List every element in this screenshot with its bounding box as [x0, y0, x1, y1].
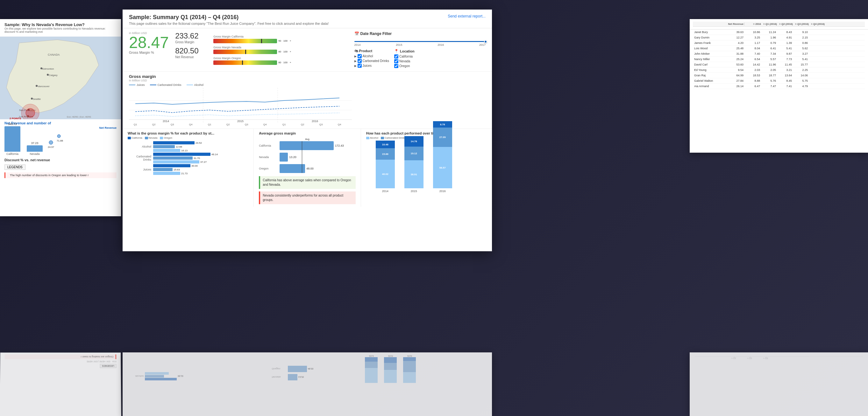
cell-q1: 7.40 — [744, 52, 760, 55]
bottom-center-inner: Alcohol 33.13 Nevada 13.20 — [129, 355, 486, 380]
avg-ca-row: California 172.43 — [280, 141, 355, 150]
ghost-avg-col: Nevada 13.20 Oregon 48.00 — [259, 355, 356, 380]
cell-q3: 7.41 — [776, 84, 792, 88]
legend-nv-bar: Nevada — [145, 136, 158, 139]
carbonated-ca-fill — [153, 153, 211, 156]
nv-legend-label: Nevada — [149, 136, 158, 139]
table-row[interactable]: Janet Bury 39.63 10.86 11.24 8.43 9.10 — [693, 30, 865, 35]
table-row[interactable]: John Minker 31.88 7.40 7.34 9.87 3.27 — [693, 51, 865, 57]
svg-text:Q4: Q4 — [263, 123, 267, 126]
legend-carbonated-label: Carbonated Drinks — [158, 83, 182, 86]
ghost-2014: 2014 — [365, 355, 378, 383]
bar-2014: 10.48 15.88 40.02 — [376, 141, 395, 188]
alcohol-or-bar: 16.13 — [153, 149, 202, 152]
carbonated-bars: 46.14 31.70 37.27 — [153, 153, 218, 164]
ghost-nv-avg-val: 13.20 — [298, 376, 304, 378]
juices-or-val: 21.73 — [181, 172, 188, 175]
bar-2016-juices-val: 8.78 — [440, 123, 445, 126]
juices-bar-label: Juices — [128, 168, 153, 171]
filter-nevada[interactable]: Nevada — [394, 59, 414, 63]
ghost-alcohol-label: Alcohol — [129, 375, 145, 378]
bottom-left-panel: LEGENDS ESriEIN' HERE | EIN' HERE Oregon… — [0, 352, 121, 416]
bottom-section: What is the gross margin % for each prod… — [123, 129, 492, 207]
time-chart-col: How has each product performed over time… — [361, 129, 492, 207]
bar-chart-title: What is the gross margin % for each prod… — [128, 131, 248, 135]
checkbox-nevada[interactable] — [394, 59, 398, 63]
ghost-avg-bars: Nevada 13.20 Oregon 48.00 — [259, 366, 356, 380]
legend-juices: Juices — [129, 83, 145, 86]
cell-q1: 18.53 — [744, 74, 760, 77]
ghost-bar-2014-b — [365, 361, 378, 368]
svg-text:CANADA: CANADA — [48, 53, 60, 56]
checkbox-california[interactable] — [394, 55, 398, 59]
cell-total: 31.88 — [726, 52, 744, 55]
table-row[interactable]: Aia Armand 26.14 6.47 7.47 7.41 4.79 — [693, 84, 865, 89]
cell-name: Ed Young — [694, 68, 726, 72]
table-row[interactable]: David Carl 53.60 14.42 11.96 11.45 15.77 — [693, 62, 865, 67]
filter-oregon[interactable]: Oregon — [394, 64, 414, 68]
table-row[interactable]: Ed Young 9.54 2.03 2.05 3.21 2.25 — [693, 67, 865, 73]
svg-text:Q2: Q2 — [226, 123, 230, 126]
checkbox-alcohol[interactable] — [358, 54, 362, 58]
table-row[interactable]: Gary Dumin 12.27 3.25 1.96 4.91 2.15 — [693, 35, 865, 40]
bullet-nevada: Gross Margin Nevada 80 100 + — [213, 46, 344, 54]
bullet-california: Gross Margin California 50 100 + — [213, 35, 344, 43]
ca-bar — [4, 126, 20, 152]
juices-nv-bar: 15.63 — [153, 168, 198, 171]
table-row[interactable]: Gran Raj 64.99 18.53 18.77 13.64 14.06 — [693, 73, 865, 78]
bullet-ca-label: Gross Margin California — [213, 35, 344, 38]
cell-q4: 9.10 — [792, 31, 808, 34]
bottom-warning-flip: Oregon are leading to lower r — [5, 354, 117, 359]
cell-q2: 0.79 — [760, 41, 776, 44]
table-row[interactable]: James Frank 4.20 1.17 0.79 1.39 0.86 — [693, 40, 865, 46]
cell-total: 64.99 — [726, 74, 744, 77]
ca-bar-group: 545.72 California — [4, 123, 20, 155]
legend-row[interactable]: LEGENDS — [0, 163, 121, 171]
checkbox-oregon[interactable] — [394, 64, 398, 68]
table-row[interactable]: Gabriel Walton 27.84 8.88 5.76 8.45 5.75 — [693, 78, 865, 84]
filter-carbonated[interactable]: ▶ Carbonated Drinks — [354, 59, 389, 63]
slider-thumb[interactable] — [484, 40, 487, 43]
filter-alcohol[interactable]: ▶ Alcohol — [354, 54, 389, 58]
bar-2014-alcohol: 40.02 — [376, 160, 395, 188]
cell-q3: 13.64 — [776, 74, 792, 77]
col-header-total: Net Revenue — [726, 23, 744, 26]
cell-q1: 10.86 — [744, 31, 760, 34]
filter-juices[interactable]: ▶ Juices — [354, 64, 389, 68]
ghost-bar-ca — [145, 378, 177, 380]
ghost-or-avg: Oregon 48.00 — [272, 366, 356, 372]
cell-q3: 9.87 — [776, 52, 792, 55]
table-row[interactable]: Nancy Miller 25.24 6.54 5.57 7.73 5.41 — [693, 57, 865, 62]
stacked-2014: 10.48 15.88 40.02 2014 — [376, 141, 395, 193]
filter-california[interactable]: California — [394, 55, 414, 59]
cell-total: 53.60 — [726, 63, 744, 66]
ghost-oregon-avg-label: Oregon — [272, 368, 288, 371]
avg-ca-val: 172.43 — [335, 144, 344, 147]
ghost-bar-2014-c — [365, 357, 378, 361]
checkbox-juices[interactable] — [358, 64, 362, 68]
bar-2015-carbonated: 19.12 — [404, 147, 424, 160]
cell-q3: 7.73 — [776, 58, 792, 61]
avg-chart-area: California 172.43 Nevada 13.20 Oregon 48… — [259, 141, 355, 173]
main-panel: Sample: Summary Q1 (2014) – Q4 (2016) Th… — [123, 9, 492, 251]
external-report-link[interactable]: Send external report... — [448, 14, 486, 19]
checkbox-carbonated[interactable] — [358, 59, 362, 63]
legend-button[interactable]: LEGENDS — [4, 165, 26, 170]
bottom-center-content: Alcohol 33.13 Nevada 13.20 — [123, 352, 492, 383]
ghost-bar-2015-b — [384, 363, 397, 370]
gross-margin-label: Gross Margin — [175, 40, 207, 44]
juices-nv-fill — [153, 168, 173, 171]
col-header-name — [694, 23, 726, 26]
alcohol-or-val: 16.13 — [181, 149, 188, 152]
bar-2014-juices: 10.48 — [376, 141, 395, 148]
cell-q1: 8.04 — [744, 47, 760, 50]
svg-point-23 — [57, 135, 61, 138]
map-area[interactable]: CANADA Edmonton Calgary Vancouver Seattl… — [0, 37, 121, 119]
svg-text:Q1: Q1 — [134, 123, 137, 126]
cell-total: 12.27 — [726, 36, 744, 39]
table-row[interactable]: Lois Wood 25.48 8.04 6.41 5.41 5.62 — [693, 46, 865, 51]
bar-2016-alcohol-val: 58.57 — [439, 166, 446, 169]
svg-text:24.97: 24.97 — [48, 146, 55, 148]
gross-margin-chart-title: Gross margin — [129, 74, 486, 79]
juices-ca-bar: 30.00 — [153, 164, 198, 167]
